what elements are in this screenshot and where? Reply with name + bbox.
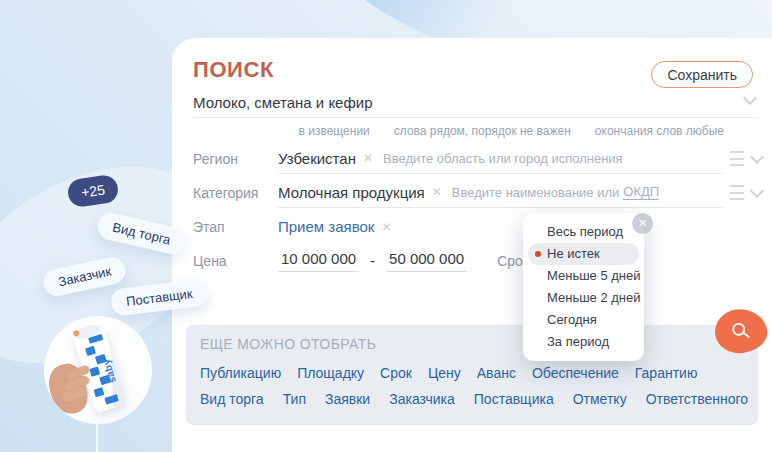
- dropdown-option[interactable]: Сегодня: [523, 309, 644, 331]
- filter-link[interactable]: Тип: [283, 391, 306, 407]
- term-dropdown: ✕ Весь период Не истек Меньше 5 дней Мен…: [523, 213, 644, 361]
- close-icon[interactable]: ✕: [381, 220, 391, 234]
- category-controls: [730, 185, 762, 200]
- category-tag: Молочная продукция: [278, 184, 425, 201]
- more-filters-row1: Публикацию Площадку Срок Цену Аванс Обес…: [200, 365, 697, 381]
- search-query-row: Молоко, сметана и кефир: [193, 88, 758, 118]
- close-icon[interactable]: ✕: [363, 151, 373, 165]
- stage-tag: Прием заявок: [278, 218, 374, 235]
- filter-link[interactable]: Отметку: [573, 391, 627, 407]
- price-dash: -: [370, 252, 375, 269]
- selected-dot-icon: [535, 251, 541, 257]
- filter-link[interactable]: Заказчика: [389, 391, 455, 407]
- list-icon[interactable]: [730, 185, 744, 200]
- price-to-input[interactable]: 50 000 000: [386, 250, 467, 272]
- decor-line: [96, 424, 98, 452]
- search-icon: [729, 319, 754, 344]
- close-icon[interactable]: ✕: [632, 213, 653, 234]
- scope-option-endings[interactable]: окончания слов любые: [595, 124, 724, 138]
- category-label: Категория: [193, 185, 278, 201]
- price-from-input[interactable]: 10 000 000: [278, 250, 359, 272]
- dropdown-option[interactable]: Меньше 5 дней: [523, 265, 644, 287]
- dropdown-option[interactable]: Меньше 2 дней: [523, 287, 644, 309]
- filter-link[interactable]: Гарантию: [635, 365, 698, 381]
- filter-link[interactable]: Заявки: [325, 391, 370, 407]
- milk-carton-photo: saby: [44, 316, 152, 424]
- field-row-region: Регион Узбекистан ✕ Введите область или …: [193, 144, 762, 173]
- list-icon[interactable]: [730, 151, 744, 166]
- field-row-stage: Этап Прием заявок ✕: [193, 212, 762, 241]
- chevron-down-icon[interactable]: [750, 149, 764, 163]
- stage-label: Этап: [193, 219, 278, 235]
- region-placeholder: Введите область или город исполнения: [383, 151, 623, 166]
- filter-link[interactable]: Вид торга: [200, 391, 264, 407]
- region-input[interactable]: Узбекистан ✕ Введите область или город и…: [278, 144, 723, 174]
- carton-pattern: [85, 346, 96, 356]
- region-controls: [730, 151, 762, 166]
- stage-input[interactable]: Прием заявок ✕: [278, 212, 762, 241]
- filter-link[interactable]: Поставщика: [474, 391, 554, 407]
- scope-option-word-order[interactable]: слова рядом, порядок не важен: [394, 124, 571, 138]
- save-button[interactable]: Сохранить: [651, 61, 753, 88]
- filter-link[interactable]: Аванс: [477, 365, 516, 381]
- filter-link[interactable]: Публикацию: [200, 365, 281, 381]
- more-filters-row2: Вид торга Тип Заявки Заказчика Поставщик…: [200, 391, 748, 407]
- dropdown-option-label: Не истек: [547, 243, 600, 265]
- dropdown-option[interactable]: Весь период: [523, 221, 644, 243]
- carton-pattern: [89, 366, 100, 376]
- region-label: Регион: [193, 151, 278, 167]
- filter-link[interactable]: Обеспечение: [532, 365, 619, 381]
- carton-pattern: [104, 394, 118, 404]
- filter-link[interactable]: Площадку: [297, 365, 364, 381]
- more-filters-panel: ЕЩЕ МОЖНО ОТОБРАТЬ Публикацию Площадку С…: [186, 325, 758, 425]
- search-input[interactable]: Молоко, сметана и кефир: [193, 94, 373, 111]
- price-inputs: 10 000 000 - 50 000 000 Срок: [278, 246, 762, 275]
- category-placeholder: Введите наименование или: [452, 185, 620, 200]
- carton-pattern: [93, 387, 104, 397]
- chevron-down-icon[interactable]: [750, 183, 764, 197]
- page-title: ПОИСК: [193, 57, 274, 83]
- filter-link[interactable]: Цену: [428, 365, 461, 381]
- chevron-down-icon[interactable]: [743, 91, 757, 105]
- filter-link[interactable]: Ответственного: [646, 391, 748, 407]
- field-row-price: Цена 10 000 000 - 50 000 000 Срок: [193, 246, 762, 275]
- filter-link[interactable]: Срок: [380, 365, 412, 381]
- scope-option-notice[interactable]: в извещении: [299, 124, 370, 138]
- category-input[interactable]: Молочная продукция ✕ Введите наименовани…: [278, 178, 723, 208]
- search-card: ПОИСК Сохранить Молоко, сметана и кефир …: [172, 38, 772, 452]
- screen: ПОИСК Сохранить Молоко, сметана и кефир …: [0, 0, 772, 452]
- okdp-link[interactable]: ОКДП: [623, 184, 659, 200]
- more-filters-title: ЕЩЕ МОЖНО ОТОБРАТЬ: [200, 336, 376, 352]
- close-icon[interactable]: ✕: [432, 185, 442, 199]
- field-row-category: Категория Молочная продукция ✕ Введите н…: [193, 178, 762, 207]
- dropdown-option-selected[interactable]: Не истек: [528, 243, 639, 265]
- search-scope-options: в извещении слова рядом, порядок не важе…: [299, 124, 724, 138]
- dropdown-option[interactable]: За период: [523, 331, 644, 353]
- region-tag: Узбекистан: [278, 150, 356, 167]
- price-label: Цена: [193, 253, 278, 269]
